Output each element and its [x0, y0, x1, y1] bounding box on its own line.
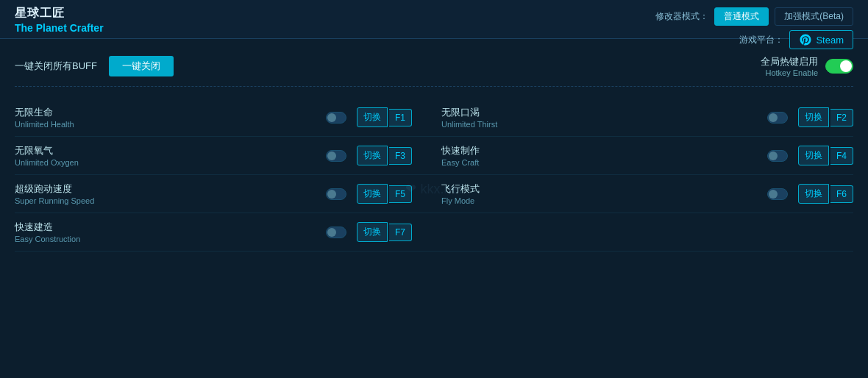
hotkey-key-btn-super-running[interactable]: F5 — [389, 185, 412, 203]
header-right: 修改器模式： 普通模式 加强模式(Beta) 游戏平台： Steam — [655, 7, 853, 49]
toggle-knob-easy-craft — [769, 151, 778, 160]
hotkey-group-easy-craft: 切换 F4 — [798, 146, 853, 165]
hotkey-key-btn-easy-construction[interactable]: F7 — [389, 224, 412, 241]
feature-toggle-unlimited-oxygen[interactable] — [326, 150, 346, 162]
platform-row: 游戏平台： Steam — [739, 30, 853, 49]
mode-label: 修改器模式： — [655, 10, 708, 23]
feature-cn-fly-mode: 飞行模式 — [441, 182, 757, 196]
hotkey-group-fly-mode: 切换 F6 — [798, 184, 853, 204]
toggle-knob-unlimited-health — [327, 113, 336, 122]
hotkey-switch-btn-easy-construction[interactable]: 切换 — [357, 222, 388, 242]
hotkey-global-toggle[interactable] — [825, 59, 853, 74]
hotkey-key-btn-easy-craft[interactable]: F4 — [830, 147, 853, 165]
hotkey-group-easy-construction: 切换 F7 — [357, 222, 412, 242]
steam-icon — [799, 33, 812, 46]
feature-en-unlimited-oxygen: Unlimited Oxygen — [15, 158, 316, 167]
hotkey-key-btn-unlimited-thirst[interactable]: F2 — [830, 109, 853, 126]
feature-info-easy-construction: 快速建造 Easy Construction — [15, 221, 316, 243]
feature-info-unlimited-health: 无限生命 Unlimited Health — [15, 106, 316, 129]
feature-en-fly-mode: Fly Mode — [441, 196, 757, 205]
feature-row-right-easy-craft: 快速制作 Easy Craft 切换 F4 — [434, 137, 853, 175]
toggle-knob-unlimited-thirst — [769, 113, 778, 122]
hotkey-cn-label: 全局热键启用 — [761, 55, 818, 68]
hotkey-info: 全局热键启用 Hotkey Enable — [761, 55, 818, 77]
feature-cn-super-running: 超级跑动速度 — [15, 182, 316, 196]
right-top: 全局热键启用 Hotkey Enable — [761, 55, 853, 77]
top-bar: 一键关闭所有BUFF 一键关闭 全局热键启用 Hotkey Enable — [15, 49, 853, 87]
feature-cn-easy-craft: 快速制作 — [441, 144, 757, 157]
feature-row-empty — [434, 213, 853, 252]
close-all-label: 一键关闭所有BUFF — [15, 60, 97, 73]
toggle-knob-unlimited-oxygen — [327, 151, 336, 160]
hotkey-switch-btn-fly-mode[interactable]: 切换 — [798, 184, 829, 204]
main-content: 一键关闭所有BUFF 一键关闭 全局热键启用 Hotkey Enable 无限生… — [0, 39, 868, 262]
feature-row-left-super-running: 超级跑动速度 Super Running Speed 切换 F5 — [15, 175, 434, 213]
feature-toggle-easy-craft[interactable] — [767, 150, 788, 162]
feature-row-left-easy-construction: 快速建造 Easy Construction 切换 F7 — [15, 213, 434, 252]
toggle-knob-super-running — [327, 190, 336, 199]
feature-row-right-unlimited-thirst: 无限口渴 Unlimited Thirst 切换 F2 — [434, 99, 853, 137]
feature-en-unlimited-health: Unlimited Health — [15, 120, 316, 129]
feature-toggle-fly-mode[interactable] — [767, 188, 788, 200]
feature-en-super-running: Super Running Speed — [15, 196, 316, 205]
feature-toggle-easy-construction[interactable] — [326, 227, 346, 238]
feature-info-fly-mode: 飞行模式 Fly Mode — [441, 182, 757, 205]
feature-en-easy-craft: Easy Craft — [441, 158, 757, 167]
feature-toggle-unlimited-health[interactable] — [326, 112, 346, 124]
feature-en-unlimited-thirst: Unlimited Thirst — [441, 120, 757, 129]
feature-toggle-unlimited-thirst[interactable] — [767, 112, 788, 124]
feature-info-super-running: 超级跑动速度 Super Running Speed — [15, 182, 316, 205]
steam-label: Steam — [816, 35, 844, 46]
feature-row-left-unlimited-health: 无限生命 Unlimited Health 切换 F1 — [15, 99, 434, 137]
feature-row-right-fly-mode: 飞行模式 Fly Mode 切换 F6 — [434, 175, 853, 213]
feature-row-left-unlimited-oxygen: 无限氧气 Unlimited Oxygen 切换 F3 — [15, 137, 434, 175]
hotkey-group-unlimited-oxygen: 切换 F3 — [357, 146, 412, 165]
mode-normal-button[interactable]: 普通模式 — [714, 7, 769, 26]
mode-beta-button[interactable]: 加强模式(Beta) — [775, 7, 853, 26]
hotkey-en-label: Hotkey Enable — [761, 68, 818, 77]
hotkey-switch-btn-unlimited-health[interactable]: 切换 — [357, 107, 388, 127]
features-grid: 无限生命 Unlimited Health 切换 F1 无限口渴 Unlimit… — [15, 99, 853, 252]
hotkey-switch-btn-easy-craft[interactable]: 切换 — [798, 146, 829, 165]
left-top: 一键关闭所有BUFF 一键关闭 — [15, 56, 174, 76]
header: 星球工匠 The Planet Crafter 修改器模式： 普通模式 加强模式… — [0, 0, 868, 39]
hotkey-switch-btn-unlimited-oxygen[interactable]: 切换 — [357, 146, 388, 165]
feature-cn-unlimited-oxygen: 无限氧气 — [15, 144, 316, 157]
feature-info-unlimited-oxygen: 无限氧气 Unlimited Oxygen — [15, 144, 316, 167]
toggle-knob-easy-construction — [327, 228, 336, 237]
platform-label: 游戏平台： — [739, 34, 783, 46]
hotkey-group-unlimited-thirst: 切换 F2 — [798, 107, 853, 127]
feature-info-unlimited-thirst: 无限口渴 Unlimited Thirst — [441, 106, 757, 129]
hotkey-key-btn-fly-mode[interactable]: F6 — [830, 185, 853, 203]
mode-row: 修改器模式： 普通模式 加强模式(Beta) — [655, 7, 853, 26]
feature-en-easy-construction: Easy Construction — [15, 235, 316, 243]
toggle-knob-fly-mode — [769, 190, 778, 199]
app-container: 星球工匠 The Planet Crafter 修改器模式： 普通模式 加强模式… — [0, 0, 868, 378]
toggle-knob — [840, 60, 852, 72]
hotkey-key-btn-unlimited-health[interactable]: F1 — [389, 109, 412, 126]
feature-cn-unlimited-thirst: 无限口渴 — [441, 106, 757, 119]
feature-info-easy-craft: 快速制作 Easy Craft — [441, 144, 757, 167]
hotkey-switch-btn-super-running[interactable]: 切换 — [357, 184, 388, 204]
close-all-button[interactable]: 一键关闭 — [109, 56, 174, 76]
hotkey-switch-btn-unlimited-thirst[interactable]: 切换 — [798, 107, 829, 127]
hotkey-group-unlimited-health: 切换 F1 — [357, 107, 412, 127]
hotkey-group-super-running: 切换 F5 — [357, 184, 412, 204]
hotkey-key-btn-unlimited-oxygen[interactable]: F3 — [389, 147, 412, 165]
steam-button[interactable]: Steam — [789, 30, 853, 49]
feature-cn-unlimited-health: 无限生命 — [15, 106, 316, 119]
feature-cn-easy-construction: 快速建造 — [15, 221, 316, 234]
feature-toggle-super-running[interactable] — [326, 188, 346, 200]
